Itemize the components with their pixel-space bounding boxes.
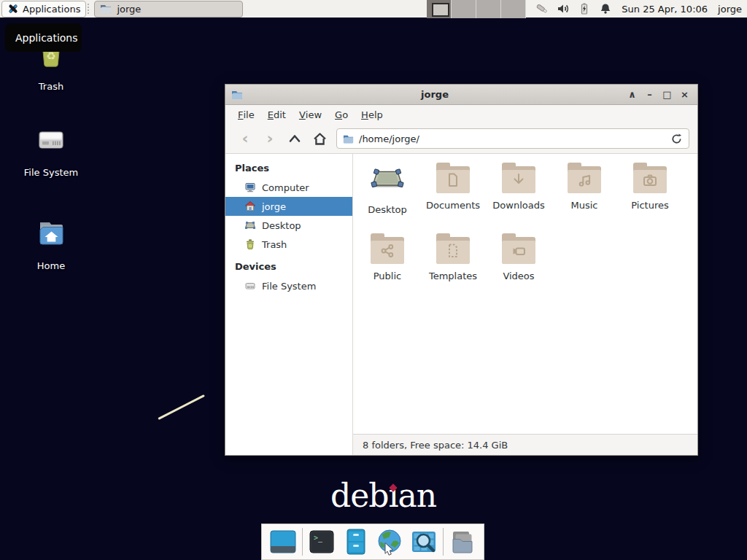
folder-label: Documents: [426, 200, 480, 211]
debian-logo: debıan: [330, 480, 436, 512]
desktop-screen: Applications jorge: [0, 0, 747, 560]
desktop-line-artifact: [158, 394, 205, 420]
menu-view[interactable]: View: [293, 105, 328, 124]
folder-downloads[interactable]: Downloads: [487, 161, 551, 232]
show-desktop-button[interactable]: [268, 526, 298, 557]
folder-desktop[interactable]: Desktop: [355, 161, 419, 232]
battery-icon[interactable]: [577, 1, 592, 16]
window-title: jorge: [244, 89, 625, 100]
folder-documents[interactable]: Documents: [421, 161, 485, 232]
window-titlebar[interactable]: jorge ∧ – □ ×: [225, 85, 697, 105]
taskbar-window-label: jorge: [117, 4, 141, 15]
workspace-button-1[interactable]: [427, 0, 452, 18]
dock-separator: [443, 528, 444, 556]
sidebar-item-desktop[interactable]: Desktop: [225, 216, 352, 235]
folder-label: Music: [571, 200, 598, 211]
window-body: Places Computer: [225, 154, 697, 455]
debian-logo-text: an: [398, 477, 436, 514]
folder-icon-documents: [436, 161, 471, 195]
workspace-button-4[interactable]: [501, 0, 526, 18]
debian-logo-text: deb: [330, 477, 388, 514]
reload-button[interactable]: [670, 133, 683, 145]
menu-file[interactable]: File: [231, 105, 261, 124]
folder-label: Templates: [429, 271, 477, 281]
up-button[interactable]: [282, 128, 307, 149]
debian-logo-i: ı: [388, 477, 398, 514]
web-browser-globe-icon: [375, 527, 404, 556]
sidebar-item-file-system[interactable]: File System: [225, 276, 352, 295]
menu-help[interactable]: Help: [355, 105, 390, 124]
forward-icon: ›: [266, 131, 273, 147]
stylus-icon[interactable]: [535, 1, 549, 16]
desktop-icon-file-system[interactable]: File System: [11, 122, 91, 178]
folder-icon-videos: [501, 232, 536, 265]
terminal-launcher[interactable]: > _: [306, 526, 337, 557]
forward-button[interactable]: ›: [258, 128, 282, 149]
sidebar-item-trash[interactable]: ♻ Trash: [225, 235, 352, 254]
dock-separator: [302, 528, 303, 556]
template-document-glyph-icon: [444, 242, 462, 260]
folder-icon-music: [567, 161, 602, 195]
sidebar-item-label: Desktop: [262, 220, 301, 231]
download-arrow-glyph-icon: [510, 171, 527, 189]
trash-icon: ♻: [244, 238, 256, 250]
home-icon: [244, 201, 256, 212]
folder-label: Desktop: [368, 204, 407, 215]
desktop-icon-label: Home: [37, 260, 65, 271]
panel-username[interactable]: jorge: [718, 4, 742, 15]
applications-tooltip-text: Applications: [15, 32, 78, 44]
terminal-icon: > _: [307, 527, 336, 556]
sidebar-item-computer[interactable]: Computer: [225, 178, 352, 197]
hard-drive-icon: [34, 122, 69, 160]
file-manager-launcher[interactable]: [341, 526, 371, 557]
workspace-button-2[interactable]: [452, 0, 476, 18]
panel-clock[interactable]: Sun 25 Apr, 10:06: [622, 4, 708, 15]
application-finder-launcher[interactable]: [409, 526, 439, 557]
taskbar-window-button[interactable]: jorge: [94, 1, 243, 18]
notifications-bell-icon[interactable]: [598, 1, 613, 16]
folder-videos[interactable]: Videos: [487, 232, 551, 303]
menu-bar: File Edit View Go Help: [225, 105, 697, 124]
close-button[interactable]: ×: [678, 88, 692, 101]
back-button[interactable]: ‹: [233, 128, 258, 149]
applications-tooltip: Applications: [5, 23, 82, 52]
minimize-button[interactable]: –: [643, 88, 657, 101]
desktop-icon: [370, 161, 405, 199]
system-tray: [535, 1, 613, 16]
folder-pictures[interactable]: Pictures: [618, 161, 682, 232]
folder-label: Public: [374, 271, 401, 281]
web-browser-launcher[interactable]: [374, 526, 405, 557]
document-glyph-icon: [444, 171, 462, 189]
maximize-button[interactable]: □: [660, 88, 674, 101]
folder-templates[interactable]: Templates: [421, 232, 485, 303]
window-folder-icon: [231, 89, 244, 101]
folder-music[interactable]: Music: [552, 161, 616, 232]
taskbar-window-folder-icon: [100, 3, 112, 15]
music-notes-glyph-icon: [576, 171, 593, 189]
desktop-icon-label: Trash: [39, 81, 63, 92]
volume-icon[interactable]: [556, 1, 570, 16]
home-icon: [312, 131, 328, 146]
folder-shortcut[interactable]: [447, 526, 478, 557]
sidebar-item-label: Computer: [262, 182, 309, 193]
files-pane: Desktop Documents: [353, 154, 697, 455]
location-bar[interactable]: /home/jorge/: [336, 128, 689, 149]
folder-label: Pictures: [631, 200, 668, 211]
sidebar-item-label: File System: [262, 281, 316, 292]
sidebar: Places Computer: [225, 154, 353, 455]
sidebar-item-jorge[interactable]: jorge: [225, 197, 352, 216]
menu-go[interactable]: Go: [328, 105, 355, 124]
back-icon: ‹: [241, 131, 248, 147]
svg-text:_: _: [318, 534, 323, 542]
workspace-window-miniature: [432, 3, 449, 17]
svg-text:♻: ♻: [249, 244, 252, 248]
folder-public[interactable]: Public: [355, 232, 419, 303]
menu-edit[interactable]: Edit: [261, 105, 293, 124]
camera-glyph-icon: [641, 171, 659, 189]
applications-menu-button[interactable]: Applications: [1, 1, 86, 18]
desktop-icon-home[interactable]: Home: [11, 216, 91, 271]
shade-button[interactable]: ∧: [625, 88, 639, 101]
home-button[interactable]: [307, 128, 332, 149]
workspace-button-3[interactable]: [476, 0, 501, 18]
top-panel: Applications jorge: [0, 0, 747, 18]
